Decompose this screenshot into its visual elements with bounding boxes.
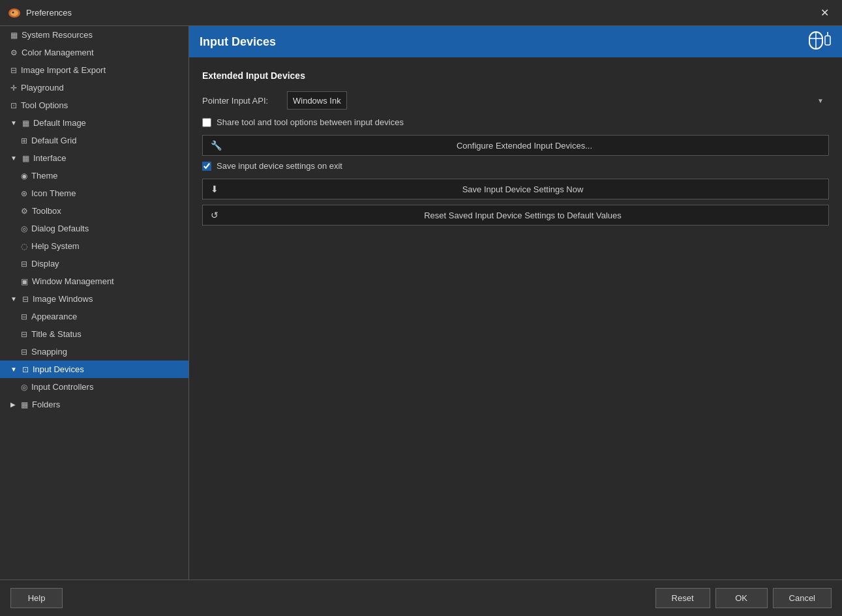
configure-btn-label: Configure Extended Input Devices...: [228, 141, 820, 151]
display-label: Display: [31, 259, 59, 269]
share-tools-label: Share tool and tool options between inpu…: [217, 117, 404, 127]
right-panel: Input Devices Extended Input Devices: [189, 26, 842, 579]
panel-header-icon: [808, 31, 832, 53]
sidebar-item-interface[interactable]: ▼▦Interface: [0, 149, 188, 167]
interface-icon: ▦: [22, 154, 29, 163]
default-image-label: Default Image: [33, 118, 86, 128]
svg-rect-6: [825, 36, 830, 45]
window-management-icon: ▣: [21, 277, 28, 286]
tool-options-label: Tool Options: [21, 100, 68, 110]
svg-point-2: [12, 11, 14, 13]
sidebar-item-folders[interactable]: ▶▦Folders: [0, 396, 188, 413]
sidebar-item-image-import-export[interactable]: ⊟Image Import & Export: [0, 61, 188, 79]
dialog-defaults-label: Dialog Defaults: [31, 224, 89, 233]
folders-arrow-icon: ▶: [10, 401, 16, 408]
panel-header: Input Devices: [189, 26, 842, 57]
panel-content: Extended Input Devices Pointer Input API…: [189, 57, 842, 579]
save-settings-button[interactable]: ⬇ Save Input Device Settings Now: [202, 179, 829, 199]
folders-icon: ▦: [21, 400, 28, 409]
default-image-icon: ▦: [22, 119, 29, 128]
title-status-label: Title & Status: [31, 329, 82, 339]
ok-button[interactable]: OK: [715, 588, 768, 608]
app-icon: [8, 7, 21, 20]
reset-icon: ↺: [211, 210, 218, 220]
toolbox-icon: ⚙: [21, 207, 28, 216]
close-button[interactable]: ✕: [815, 5, 834, 21]
folders-label: Folders: [32, 400, 60, 409]
input-device-icon: [808, 31, 832, 50]
snapping-label: Snapping: [31, 347, 67, 357]
cancel-button[interactable]: Cancel: [773, 588, 832, 608]
configure-icon: 🔧: [211, 140, 222, 151]
sidebar-item-system-resources[interactable]: ▦System Resources: [0, 26, 188, 44]
panel-title: Input Devices: [200, 35, 276, 49]
sidebar-item-default-grid[interactable]: ⊞Default Grid: [0, 132, 188, 149]
appearance-icon: ⊟: [21, 312, 27, 321]
help-system-icon: ◌: [21, 242, 27, 251]
input-devices-icon: ⊡: [22, 365, 29, 374]
image-windows-arrow-icon: ▼: [10, 295, 17, 302]
image-windows-icon: ⊟: [22, 295, 29, 304]
sidebar-item-appearance[interactable]: ⊟Appearance: [0, 308, 188, 325]
color-management-label: Color Management: [22, 48, 94, 57]
input-devices-label: Input Devices: [33, 364, 84, 374]
share-tools-checkbox[interactable]: [202, 118, 211, 127]
sidebar-item-input-devices[interactable]: ▼⊡Input Devices: [0, 360, 188, 378]
default-grid-label: Default Grid: [31, 136, 76, 145]
image-windows-label: Image Windows: [33, 294, 93, 304]
reset-button[interactable]: Reset: [655, 588, 710, 608]
playground-icon: ✛: [10, 83, 17, 93]
sidebar-item-playground[interactable]: ✛Playground: [0, 79, 188, 96]
sidebar-item-theme[interactable]: ◉Theme: [0, 167, 188, 184]
system-resources-icon: ▦: [10, 31, 18, 40]
reset-btn-label: Reset Saved Input Device Settings to Def…: [225, 211, 820, 220]
help-button[interactable]: Help: [10, 588, 63, 608]
sidebar-item-default-image[interactable]: ▼▦Default Image: [0, 114, 188, 132]
sidebar-item-window-management[interactable]: ▣Window Management: [0, 272, 188, 290]
save-on-exit-row: Save input device settings on exit: [202, 161, 829, 171]
sidebar-item-tool-options[interactable]: ⊡Tool Options: [0, 96, 188, 114]
snapping-icon: ⊟: [21, 347, 27, 357]
interface-label: Interface: [33, 153, 67, 163]
input-controllers-label: Input Controllers: [31, 382, 93, 392]
pointer-api-select[interactable]: Windows InkWinTabNone: [287, 91, 347, 110]
sidebar-item-help-system[interactable]: ◌Help System: [0, 237, 188, 255]
theme-label: Theme: [31, 171, 57, 181]
display-icon: ⊟: [21, 259, 27, 269]
sidebar: ▦System Resources⚙Color Management⊟Image…: [0, 26, 189, 579]
reset-settings-button[interactable]: ↺ Reset Saved Input Device Settings to D…: [202, 205, 829, 226]
tool-options-icon: ⊡: [10, 101, 17, 110]
sidebar-item-toolbox[interactable]: ⚙Toolbox: [0, 202, 188, 220]
input-devices-arrow-icon: ▼: [10, 366, 17, 373]
window-management-label: Window Management: [32, 276, 114, 286]
default-image-arrow-icon: ▼: [10, 119, 17, 126]
configure-extended-button[interactable]: 🔧 Configure Extended Input Devices...: [202, 135, 829, 156]
interface-arrow-icon: ▼: [10, 154, 17, 162]
dialog-defaults-icon: ◎: [21, 224, 27, 233]
title-bar: Preferences ✕: [0, 0, 842, 26]
sidebar-item-title-status[interactable]: ⊟Title & Status: [0, 325, 188, 343]
help-system-label: Help System: [31, 241, 80, 251]
image-import-export-icon: ⊟: [10, 66, 17, 75]
bottom-left: Help: [10, 588, 63, 608]
svg-point-1: [10, 10, 18, 16]
sidebar-item-input-controllers[interactable]: ◎Input Controllers: [0, 378, 188, 396]
content-area: ▦System Resources⚙Color Management⊟Image…: [0, 26, 842, 579]
icon-theme-icon: ⊛: [21, 189, 27, 198]
save-on-exit-checkbox[interactable]: [202, 162, 211, 171]
pointer-api-row: Pointer Input API: Windows InkWinTabNone: [202, 91, 829, 110]
input-controllers-icon: ◎: [21, 383, 27, 392]
pointer-api-select-wrapper: Windows InkWinTabNone: [287, 91, 829, 110]
sidebar-item-icon-theme[interactable]: ⊛Icon Theme: [0, 184, 188, 202]
sidebar-item-dialog-defaults[interactable]: ◎Dialog Defaults: [0, 220, 188, 237]
sidebar-item-display[interactable]: ⊟Display: [0, 255, 188, 272]
image-import-export-label: Image Import & Export: [21, 65, 106, 75]
toolbox-label: Toolbox: [32, 206, 61, 216]
system-resources-label: System Resources: [22, 30, 93, 40]
share-tools-row: Share tool and tool options between inpu…: [202, 117, 829, 127]
theme-icon: ◉: [21, 171, 27, 181]
bottom-right: Reset OK Cancel: [655, 588, 832, 608]
sidebar-item-snapping[interactable]: ⊟Snapping: [0, 343, 188, 360]
sidebar-item-color-management[interactable]: ⚙Color Management: [0, 44, 188, 61]
sidebar-item-image-windows[interactable]: ▼⊟Image Windows: [0, 290, 188, 308]
